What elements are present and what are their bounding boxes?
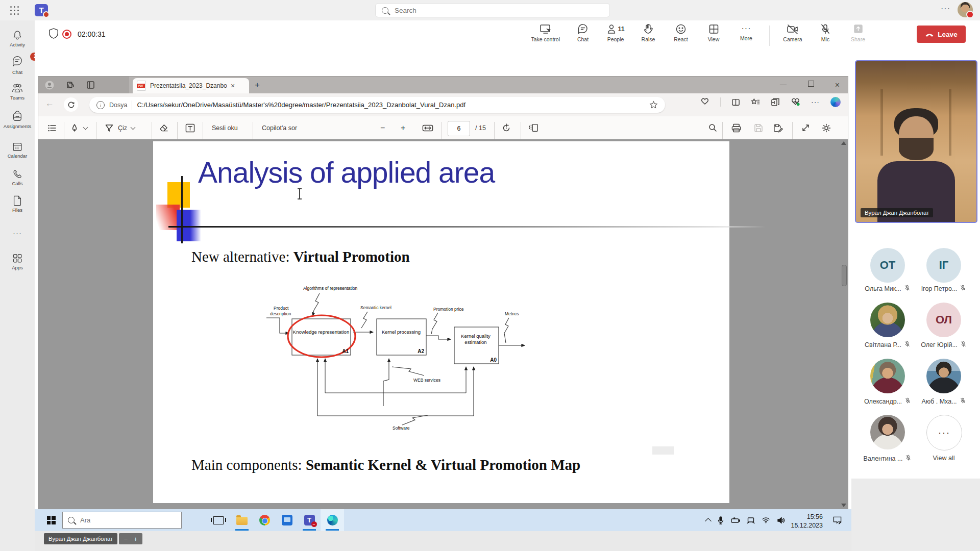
sidebar-item-chat[interactable]: 2 Chat: [0, 55, 35, 75]
teams-search-box[interactable]: [375, 3, 610, 17]
tray-wifi-icon[interactable]: [762, 517, 770, 523]
new-tab-button[interactable]: +: [255, 80, 260, 90]
pdf-rotate-button[interactable]: [502, 116, 511, 139]
sidebar-item-teams[interactable]: Teams: [0, 83, 35, 101]
titlebar-more-icon[interactable]: ···: [941, 4, 950, 13]
pdf-toc-button[interactable]: [47, 116, 57, 139]
sidebar-item-files[interactable]: Files: [0, 195, 35, 213]
taskbar-clock[interactable]: 15:56 15.12.2023: [791, 513, 823, 530]
split-screen-icon[interactable]: [731, 98, 740, 107]
share-button[interactable]: Share: [848, 23, 868, 42]
tab-close-icon[interactable]: ×: [231, 82, 235, 90]
people-button[interactable]: 11 People: [606, 23, 625, 42]
avatar-photo[interactable]: [926, 359, 961, 393]
taskbar-search-input[interactable]: [79, 516, 176, 524]
mic-button[interactable]: Mic: [816, 23, 835, 42]
sidebar-item-more[interactable]: ···: [0, 229, 35, 237]
pdf-pen-button[interactable]: [70, 116, 87, 139]
avatar-initials[interactable]: ІГ: [926, 248, 961, 283]
pdf-print-button[interactable]: [731, 116, 741, 139]
window-minimize-button[interactable]: —: [780, 81, 787, 88]
avatar-initials[interactable]: ОТ: [870, 248, 905, 283]
pdf-save-as-button[interactable]: [773, 116, 783, 139]
browser-health-icon[interactable]: [791, 97, 800, 107]
chevron-down-icon[interactable]: [131, 124, 136, 130]
browser-more-icon[interactable]: ···: [811, 98, 820, 106]
back-icon[interactable]: ←: [45, 98, 54, 109]
tray-volume-icon[interactable]: [777, 517, 785, 524]
url-field[interactable]: i Dosya C:/Users/sekur/OneDrive/Masaüstü…: [89, 97, 665, 113]
zoom-in-button[interactable]: +: [401, 116, 405, 139]
start-button[interactable]: [41, 509, 61, 531]
pdf-settings-button[interactable]: [822, 116, 831, 139]
file-explorer-button[interactable]: [231, 509, 253, 531]
scroll-down-icon[interactable]: [841, 504, 846, 507]
photos-app-button[interactable]: [276, 509, 298, 531]
view-all-button[interactable]: ···: [926, 415, 962, 450]
zoom-out-button[interactable]: −: [380, 116, 385, 139]
presenter-video-tile[interactable]: Вурал Джан Джанболат: [855, 60, 977, 223]
favorites-icon[interactable]: [751, 97, 760, 107]
pdf-fullscreen-button[interactable]: [801, 116, 810, 139]
avatar-initials[interactable]: ОЛ: [926, 303, 961, 337]
scroll-up-icon[interactable]: [841, 141, 846, 145]
pdf-search-button[interactable]: [708, 116, 717, 139]
scroll-thumb[interactable]: [842, 265, 847, 286]
avatar-photo[interactable]: [870, 415, 905, 449]
browser-tab[interactable]: Prezentatsiia_2023_Dzanbolat_Vu ×: [133, 78, 249, 93]
pdf-eraser-button[interactable]: [159, 116, 168, 139]
raise-hand-button[interactable]: Raise: [639, 23, 658, 42]
app-launcher-icon[interactable]: [10, 6, 19, 15]
notification-center-icon[interactable]: [832, 516, 842, 524]
pdf-draw-button[interactable]: Çiz: [105, 116, 135, 139]
react-button[interactable]: React: [671, 23, 691, 42]
task-view-button[interactable]: [207, 509, 230, 531]
workspaces-icon[interactable]: [66, 81, 75, 90]
tray-battery-icon[interactable]: [731, 517, 740, 523]
sidebar-item-activity[interactable]: Activity: [0, 30, 35, 47]
pdf-ask-copilot-button[interactable]: Copilot'a sor: [262, 116, 297, 139]
tray-cast-icon[interactable]: [747, 517, 755, 524]
pdf-page-field[interactable]: [448, 121, 470, 136]
tray-mic-icon[interactable]: [717, 516, 724, 524]
share-zoom-in[interactable]: +: [134, 535, 138, 543]
taskbar-search-box[interactable]: [62, 512, 182, 529]
browser-profile-icon[interactable]: [44, 80, 55, 90]
chrome-button[interactable]: [253, 509, 276, 531]
chevron-down-icon[interactable]: [83, 124, 88, 130]
avatar-photo[interactable]: [870, 359, 905, 393]
pdf-page-input[interactable]: [448, 121, 470, 136]
sidebar-item-calendar[interactable]: Calendar: [0, 141, 35, 159]
pdf-page-view-button[interactable]: [528, 116, 538, 139]
view-all-label[interactable]: View all: [911, 455, 977, 462]
pdf-read-aloud-button[interactable]: Sesli oku: [212, 116, 238, 139]
tab-actions-icon[interactable]: [86, 81, 95, 89]
pdf-scrollbar[interactable]: [841, 140, 847, 508]
share-zoom-out[interactable]: −: [124, 535, 128, 543]
search-input[interactable]: [394, 6, 603, 15]
collections-icon[interactable]: [771, 97, 780, 107]
window-close-button[interactable]: ×: [835, 81, 840, 90]
more-button[interactable]: ··· More: [737, 23, 756, 41]
tray-expand-icon[interactable]: [705, 518, 712, 524]
fit-width-button[interactable]: [422, 116, 433, 139]
edge-button[interactable]: [321, 509, 344, 531]
favorite-star-icon[interactable]: [649, 101, 658, 109]
teams-app-button[interactable]: T–: [298, 509, 321, 531]
window-maximize-button[interactable]: [808, 81, 814, 88]
page-info-icon[interactable]: i: [96, 101, 105, 109]
share-zoom-controls[interactable]: − +: [119, 533, 142, 544]
leave-button[interactable]: Leave: [917, 26, 966, 43]
take-control-button[interactable]: Take control: [531, 23, 560, 42]
camera-button[interactable]: Camera: [783, 23, 802, 42]
avatar-photo[interactable]: [870, 303, 905, 337]
pdf-save-button[interactable]: [754, 116, 763, 139]
sidebar-item-calls[interactable]: Calls: [0, 168, 35, 186]
profile-avatar[interactable]: [958, 2, 973, 17]
sidebar-item-assignments[interactable]: Assignments: [0, 110, 35, 129]
chat-button[interactable]: Chat: [573, 23, 593, 42]
pdf-add-text-button[interactable]: [185, 116, 195, 139]
url-text[interactable]: C:/Users/sekur/OneDrive/Masaüstü/Master'…: [137, 101, 645, 109]
copilot-icon[interactable]: [830, 97, 841, 107]
refresh-icon[interactable]: [64, 97, 78, 112]
